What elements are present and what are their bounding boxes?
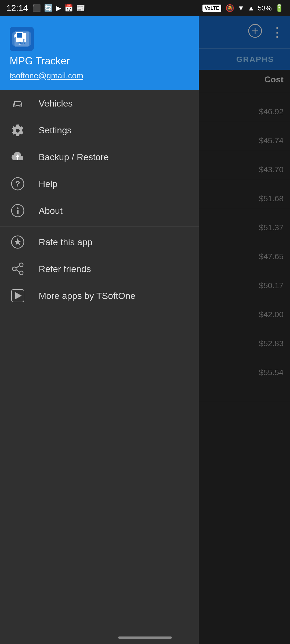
status-icons: ⬛ 🔄 ▶ 📅 📰 <box>32 4 85 12</box>
svg-point-13 <box>14 105 16 107</box>
app-name: MPG Tracker <box>10 55 189 67</box>
news-icon: 📰 <box>76 4 85 12</box>
sidebar-item-settings[interactable]: Settings <box>0 117 199 144</box>
battery-text: 53% <box>258 4 272 12</box>
sidebar-item-rate[interactable]: Rate this app <box>0 229 199 255</box>
info-icon <box>10 203 26 219</box>
status-bar: 12:14 ⬛ 🔄 ▶ 📅 📰 VoLTE 🔕 ▼ ▲ 53% 🔋 <box>0 0 290 16</box>
svg-point-24 <box>19 263 23 267</box>
svg-text:MPG: MPG <box>17 41 25 45</box>
backup-label: Backup / Restore <box>39 152 109 162</box>
status-time: 12:14 <box>6 3 28 13</box>
bottom-nav-indicator <box>118 636 172 639</box>
sidebar-item-help[interactable]: ? Help <box>0 170 199 197</box>
battery-icon: 🔋 <box>275 4 284 12</box>
nav-drawer: MPG MPG Tracker tsoftone@gmail.com Vehic… <box>0 16 199 644</box>
svg-text:?: ? <box>15 179 20 188</box>
about-label: About <box>39 206 63 216</box>
share-icon <box>10 261 26 277</box>
mute-icon: 🔕 <box>226 4 234 12</box>
svg-point-25 <box>12 267 16 271</box>
cloud-upload-icon <box>10 149 26 165</box>
car-icon <box>10 95 26 111</box>
calendar-icon: 📅 <box>64 4 73 12</box>
svg-line-28 <box>16 270 19 272</box>
drawer-header: MPG MPG Tracker tsoftone@gmail.com <box>0 16 199 90</box>
svg-rect-15 <box>15 102 21 105</box>
feedly-icon: 🔄 <box>44 4 53 12</box>
sidebar-item-refer[interactable]: Refer friends <box>0 255 199 282</box>
sidebar-item-more-apps[interactable]: More apps by TSoftOne <box>0 282 199 309</box>
svg-line-27 <box>16 266 19 268</box>
sidebar-item-vehicles[interactable]: Vehicles <box>0 90 199 117</box>
svg-point-20 <box>17 207 19 209</box>
status-right-icons: 🔕 ▼ ▲ 53% 🔋 <box>226 4 284 12</box>
volte-badge: VoLTE <box>202 5 221 12</box>
refer-friends-label: Refer friends <box>39 264 91 274</box>
status-right: VoLTE 🔕 ▼ ▲ 53% 🔋 <box>202 4 284 12</box>
svg-marker-30 <box>15 292 22 299</box>
vehicles-label: Vehicles <box>39 98 73 109</box>
sidebar-item-backup[interactable]: Backup / Restore <box>0 144 199 170</box>
rate-app-label: Rate this app <box>39 237 92 247</box>
playstore-icon: ▶ <box>56 4 61 12</box>
svg-rect-8 <box>23 33 26 39</box>
star-icon <box>10 234 26 250</box>
svg-rect-21 <box>17 210 19 214</box>
settings-label: Settings <box>39 125 72 136</box>
wifi-icon: ▼ <box>237 4 244 12</box>
svg-point-26 <box>19 271 23 275</box>
status-left: 12:14 ⬛ 🔄 ▶ 📅 📰 <box>6 3 85 13</box>
sidebar-item-about[interactable]: About <box>0 197 199 224</box>
menu-divider <box>0 226 199 226</box>
gear-icon <box>10 122 26 138</box>
playstore-icon <box>10 288 26 304</box>
more-apps-label: More apps by TSoftOne <box>39 291 135 301</box>
svg-marker-23 <box>14 238 21 245</box>
user-email[interactable]: tsoftone@gmail.com <box>10 71 189 80</box>
svg-point-14 <box>19 105 21 107</box>
help-icon: ? <box>10 176 26 192</box>
app-icon: MPG <box>10 27 34 51</box>
signal-icon: ▲ <box>248 4 255 12</box>
help-label: Help <box>39 179 57 189</box>
drawer-menu: Vehicles Settings Backup / Restore <box>0 90 199 644</box>
svg-rect-7 <box>17 33 22 38</box>
flipboard-icon: ⬛ <box>32 4 41 12</box>
